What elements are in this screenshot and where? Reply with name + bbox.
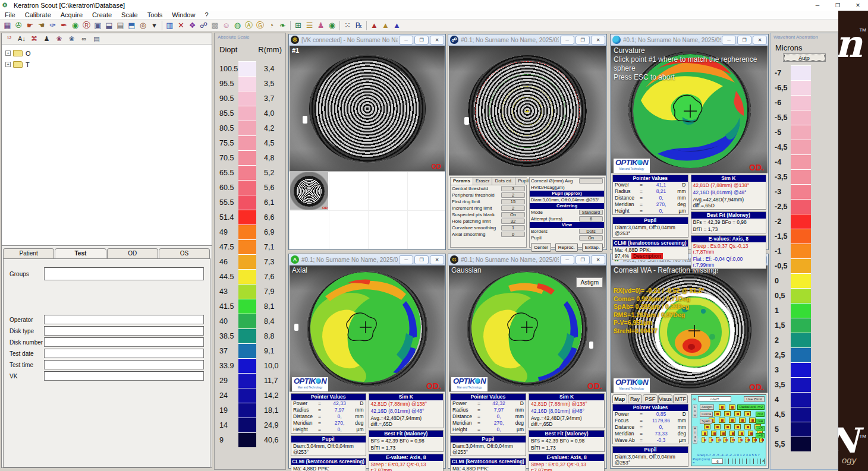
sort-alpha-icon[interactable]: A↓ <box>15 33 28 44</box>
auto-scale-button[interactable]: Auto <box>783 53 826 62</box>
hierarchy-icon[interactable]: ⌘ <box>28 33 40 44</box>
wa-tab-mtf[interactable]: MTF <box>673 394 688 403</box>
vk-field[interactable] <box>44 371 204 381</box>
stamp-red-icon[interactable]: ❀ <box>53 33 65 44</box>
zernike-term-checkbox[interactable] <box>738 431 744 436</box>
astigm-button[interactable]: Astigm <box>576 277 603 287</box>
acquire-camera-icon[interactable]: ◎ <box>137 20 149 31</box>
wa-tab-visus[interactable]: Visus <box>658 394 673 403</box>
compare-icon[interactable]: ▥ <box>164 20 175 31</box>
wa-tab-psf[interactable]: PSF <box>643 394 658 403</box>
gaussian-restore-button[interactable]: ❐ <box>575 255 590 264</box>
wa-tab-map[interactable]: Map <box>612 394 627 403</box>
save-icon[interactable]: ▣ <box>92 20 103 31</box>
profile-red-icon[interactable]: ▲ <box>369 20 380 31</box>
rings-restore-button[interactable]: ❐ <box>575 36 590 45</box>
marker-blue-icon[interactable]: ✑ <box>47 20 58 31</box>
curvature-map[interactable]: Curvature Click point #1 where to match … <box>611 46 768 174</box>
wa-tab-ray[interactable]: Ray <box>628 394 643 403</box>
radial-order-button[interactable]: Radial ord. r=2 <box>737 404 765 410</box>
zernike-term-checkbox[interactable] <box>739 418 746 423</box>
maximize-button[interactable]: ❐ <box>828 0 848 11</box>
test-time-field[interactable] <box>44 360 204 369</box>
menu-file[interactable]: File <box>0 11 20 20</box>
attempt-value-button[interactable]: 6 <box>579 216 603 222</box>
zernike-term-checkbox[interactable] <box>744 411 751 416</box>
curvature-close-button[interactable]: ✕ <box>753 36 767 45</box>
rings-minimize-button[interactable]: ─ <box>560 36 574 45</box>
radial-order-button[interactable]: r=4 <box>756 419 765 424</box>
axial-window-titlebar[interactable]: A #0.1; No Surname No Name, 2025/09/25 ─… <box>289 254 445 265</box>
curvature-minimize-button[interactable]: ─ <box>722 36 736 45</box>
radial-order-button[interactable]: r=3 <box>756 412 765 417</box>
zernike-term-checkbox[interactable] <box>729 431 735 436</box>
table-icon[interactable]: ⊞ <box>293 20 304 31</box>
live-video-image[interactable]: #1 OD <box>290 46 445 172</box>
rings-image[interactable]: + <box>449 46 606 176</box>
zernike-term-checkbox[interactable] <box>714 411 721 416</box>
curvature-window-titlebar[interactable]: #0.1; No Surname No Name, 2025/09/25 ─ ❐… <box>611 34 768 46</box>
axial-map[interactable]: Axial OPTIKN Man and Technology OD. <box>290 265 445 393</box>
axial-map-icon[interactable]: Ⓐ <box>243 20 254 31</box>
zernike-term-checkbox[interactable] <box>716 437 719 442</box>
stamp-blue-icon[interactable]: ❀ <box>65 33 78 44</box>
menu-create[interactable]: Create <box>87 11 117 20</box>
video-close-button[interactable]: ✕ <box>430 36 444 45</box>
zernike-term-checkbox[interactable] <box>702 431 707 436</box>
gaussian-map[interactable]: Gaussian Astigm OPTIKN Man and Technolog… <box>449 265 606 393</box>
camera-icon[interactable]: ✇ <box>13 20 24 31</box>
use-zlimit-button[interactable]: Use Zlimit <box>744 396 765 402</box>
zernike-term-checkbox[interactable] <box>720 431 726 436</box>
curvature-map-icon[interactable]: ◍ <box>232 20 243 31</box>
disk-type-field[interactable] <box>44 326 204 336</box>
tab-patient[interactable]: Patient <box>3 248 54 258</box>
book-icon[interactable]: ❖ <box>187 20 198 31</box>
extrap-button[interactable]: Extrap. <box>582 243 603 252</box>
export-disk-icon[interactable]: ⬓ <box>103 20 115 31</box>
zernike-term-checkbox[interactable] <box>752 437 756 442</box>
footprint-icon[interactable]: ❧ <box>277 20 288 31</box>
menu-scale[interactable]: Scale <box>117 11 143 20</box>
print-tree-icon[interactable]: ▤ <box>90 33 103 44</box>
figures-icon[interactable]: ♟ <box>315 20 326 31</box>
spab-group-button[interactable]: SpAb <box>700 419 712 424</box>
suspected-pts-blank-value-button[interactable]: On <box>501 212 525 217</box>
minimize-button[interactable]: ─ <box>807 0 828 11</box>
operator-field[interactable] <box>44 315 204 324</box>
reproc-button[interactable]: Reproc. <box>555 243 578 252</box>
expand-icon[interactable]: + <box>5 62 11 67</box>
zernike-term-checkbox[interactable] <box>723 437 727 442</box>
hole-patching-limit-value-button[interactable]: 32 <box>501 219 525 224</box>
peripheral-threshold-value-button[interactable]: 2 <box>501 192 525 198</box>
rx-icon[interactable]: ℞ <box>353 20 364 31</box>
zernike-term-checkbox[interactable] <box>729 418 735 423</box>
zernike-term-checkbox[interactable] <box>709 437 712 442</box>
params-tab-dotsed[interactable]: Dots ed. <box>492 178 515 185</box>
capture-thumbnail[interactable]: OD <box>290 172 328 210</box>
monitor-icon[interactable]: ⬒ <box>126 20 137 31</box>
eye-map-icon[interactable]: ◉ <box>70 20 81 31</box>
zernike-term-checkbox[interactable] <box>729 404 735 410</box>
tree-item-o[interactable]: +O <box>3 48 210 59</box>
menu-help[interactable]: ? <box>200 11 213 20</box>
astigm-group-button[interactable]: Astigm <box>700 404 714 410</box>
gaussian-close-button[interactable]: ✕ <box>591 255 605 264</box>
database-grid-icon[interactable]: ▦ <box>2 20 13 31</box>
menu-tools[interactable]: Tools <box>143 11 168 20</box>
params-tab-params[interactable]: Params <box>451 178 473 185</box>
params-tab-eraser[interactable]: Eraser <box>473 178 493 185</box>
map-small-icon[interactable]: ◉ <box>326 20 338 31</box>
curvature-smoothing-value-button[interactable]: 1 <box>501 225 525 230</box>
axial-restore-button[interactable]: ❐ <box>414 255 429 264</box>
profile-yellow-icon[interactable]: ▲ <box>380 20 391 31</box>
globe-s-icon[interactable]: ☍ <box>198 20 209 31</box>
first-ring-limit-value-button[interactable]: 15 <box>501 199 525 204</box>
gaussian-window-titlebar[interactable]: G #0.1; No Surname No Name, 2025/09/25 ─… <box>448 254 606 265</box>
zernike-term-checkbox[interactable] <box>704 424 710 429</box>
radial-order-button[interactable]: r=6 <box>756 433 765 438</box>
video-window-titlebar[interactable]: ✇ [VK connected] - No Surname No Nam... … <box>289 34 445 46</box>
mode-value-button[interactable]: Standard <box>579 210 603 215</box>
tab-os[interactable]: OS <box>159 248 210 258</box>
dropdown-arrow-icon[interactable]: ▾ <box>149 20 160 31</box>
profile-blue-icon[interactable]: ▲ <box>391 20 402 31</box>
